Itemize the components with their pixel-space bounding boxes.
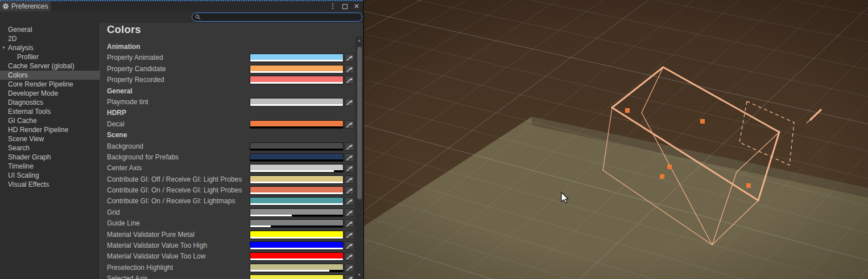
swatch-alpha-bar: [250, 203, 343, 205]
eyedropper-button[interactable]: [345, 274, 354, 279]
swatch-alpha-bar: [250, 259, 343, 260]
sidebar-item-ui-scaling[interactable]: UI Scaling: [0, 171, 100, 180]
color-swatch-field[interactable]: [250, 153, 344, 162]
search-input[interactable]: [202, 14, 359, 20]
color-swatch-field[interactable]: [250, 274, 344, 279]
preferences-body: General2D▼AnalysisProfilerCache Server (…: [0, 23, 363, 279]
swatch-alpha-bar: [250, 192, 343, 194]
alpha-bar-fill: [250, 248, 343, 249]
color-swatch-field[interactable]: [250, 186, 344, 195]
alpha-bar-fill: [250, 225, 271, 227]
sidebar-item-scene-view[interactable]: Scene View: [0, 134, 100, 143]
color-swatch-field[interactable]: [250, 241, 344, 250]
section-header: General: [101, 86, 363, 97]
eyedropper-button[interactable]: [345, 164, 354, 173]
search-box[interactable]: [192, 13, 362, 22]
scroll-down-arrow[interactable]: ▼: [356, 272, 362, 278]
color-swatch-field[interactable]: [250, 208, 344, 217]
swatch-color: [250, 143, 343, 149]
swatch-alpha-bar: [250, 71, 343, 73]
sidebar-item-general[interactable]: General: [0, 25, 100, 34]
alpha-bar-fill: [250, 203, 343, 205]
swatch-color: [250, 220, 343, 225]
sidebar-item-colors[interactable]: Colors: [0, 71, 100, 80]
sidebar-item-gi-cache[interactable]: GI Cache: [0, 116, 100, 125]
color-swatch-field[interactable]: [250, 65, 344, 73]
color-swatch-field[interactable]: [250, 164, 344, 173]
eyedropper-icon: [346, 198, 353, 205]
eyedropper-button[interactable]: [345, 197, 354, 206]
eyedropper-button[interactable]: [345, 153, 354, 162]
eyedropper-icon: [346, 121, 353, 128]
alpha-bar-fill: [250, 170, 334, 172]
preferences-window: Preferences ✕ General2D▼AnalysisProfiler…: [0, 0, 364, 279]
close-button[interactable]: ✕: [353, 2, 360, 10]
eyedropper-button[interactable]: [345, 65, 354, 73]
sidebar-item-label: Scene View: [8, 135, 44, 143]
color-swatch-field[interactable]: [250, 142, 344, 151]
page-title: Colors: [107, 23, 141, 36]
window-menu-button[interactable]: [329, 2, 336, 10]
color-swatch-field[interactable]: [250, 54, 344, 62]
eyedropper-button[interactable]: [345, 219, 354, 228]
sidebar-item-profiler[interactable]: Profiler: [0, 52, 100, 61]
eyedropper-button[interactable]: [345, 175, 354, 184]
sidebar-item-label: Shader Graph: [8, 153, 51, 161]
swatch-color: [250, 121, 343, 126]
window-tab-preferences[interactable]: Preferences: [0, 1, 51, 11]
color-swatch-field[interactable]: [250, 76, 344, 84]
swatch-alpha-bar: [250, 159, 343, 161]
sidebar-item-cache-server-global-[interactable]: Cache Server (global): [0, 61, 100, 71]
sidebar-item-timeline[interactable]: Timeline: [0, 162, 100, 171]
swatch-color: [250, 165, 343, 170]
eyedropper-button[interactable]: [345, 264, 354, 272]
titlebar[interactable]: Preferences ✕: [0, 1, 363, 11]
swatch-alpha-bar: [250, 104, 343, 106]
eyedropper-button[interactable]: [345, 231, 354, 239]
sidebar-item-hd-render-pipeline[interactable]: HD Render Pipeline: [0, 125, 100, 134]
swatch-alpha-bar: [250, 270, 343, 272]
eyedropper-button[interactable]: [345, 252, 354, 261]
color-setting-row: Contribute GI: On / Receive GI: Light Pr…: [101, 185, 363, 196]
sidebar-item-external-tools[interactable]: External Tools: [0, 107, 100, 116]
eyedropper-button[interactable]: [345, 120, 354, 129]
section-header-row: HDRP: [101, 108, 363, 118]
sidebar-item-label: Analysis: [8, 44, 34, 52]
color-swatch-field[interactable]: [250, 231, 344, 239]
sidebar-item-shader-graph[interactable]: Shader Graph: [0, 153, 100, 162]
eyedropper-button[interactable]: [345, 76, 354, 84]
scrollbar[interactable]: ▲ ▼: [356, 36, 362, 279]
eyedropper-button[interactable]: [345, 98, 354, 106]
maximize-button[interactable]: [341, 2, 348, 10]
scrollbar-thumb[interactable]: [357, 47, 362, 199]
eyedropper-button[interactable]: [345, 241, 354, 250]
eyedropper-button[interactable]: [345, 186, 354, 195]
color-swatch-field[interactable]: [250, 219, 344, 228]
scroll-up-arrow[interactable]: ▲: [356, 38, 362, 43]
expander-triangle-icon[interactable]: ▼: [2, 43, 6, 52]
eyedropper-icon: [346, 253, 353, 260]
color-swatch-field[interactable]: [250, 252, 344, 261]
color-swatch-field[interactable]: [250, 264, 344, 272]
maximize-icon: [342, 4, 348, 9]
sidebar-item-label: GI Cache: [8, 117, 37, 125]
sidebar-item-visual-effects[interactable]: Visual Effects: [0, 180, 100, 189]
scene-view[interactable]: [364, 0, 868, 279]
color-setting-row: Property Candidate: [101, 64, 363, 75]
sidebar-item-core-render-pipeline[interactable]: Core Render Pipeline: [0, 80, 100, 89]
eyedropper-icon: [346, 220, 353, 227]
sidebar-item-2d[interactable]: 2D: [0, 34, 100, 43]
eyedropper-button[interactable]: [345, 142, 354, 151]
color-swatch-field[interactable]: [250, 98, 344, 106]
alpha-bar-fill: [250, 104, 343, 106]
eyedropper-button[interactable]: [345, 208, 354, 217]
color-swatch-field[interactable]: [250, 175, 344, 184]
swatch-color: [250, 231, 343, 237]
sidebar-item-search[interactable]: Search: [0, 143, 100, 153]
sidebar-item-analysis[interactable]: ▼Analysis: [0, 43, 100, 52]
sidebar-item-developer-mode[interactable]: Developer Mode: [0, 89, 100, 98]
sidebar-item-diagnostics[interactable]: Diagnostics: [0, 98, 100, 107]
color-swatch-field[interactable]: [250, 120, 344, 129]
eyedropper-button[interactable]: [345, 54, 354, 62]
color-swatch-field[interactable]: [250, 197, 344, 206]
